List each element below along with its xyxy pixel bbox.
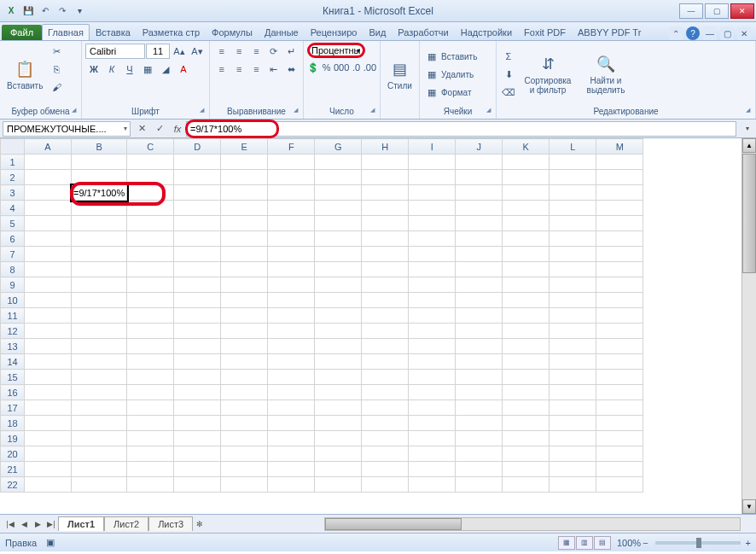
cell-C7[interactable] <box>127 247 174 262</box>
cell-D6[interactable] <box>174 231 221 247</box>
cell-G10[interactable] <box>315 293 362 308</box>
cell-I12[interactable] <box>409 324 456 339</box>
close-button[interactable]: ✕ <box>730 3 754 19</box>
cell-M21[interactable] <box>596 462 643 477</box>
cell-G19[interactable] <box>315 431 362 446</box>
cell-K6[interactable] <box>503 231 550 247</box>
sheet-tab-1[interactable]: Лист1 <box>58 516 104 531</box>
cell-A14[interactable] <box>25 354 72 370</box>
row-header-14[interactable]: 14 <box>1 354 25 370</box>
cell-C20[interactable] <box>127 446 174 462</box>
cell-D22[interactable] <box>174 477 221 493</box>
cell-H11[interactable] <box>362 308 409 324</box>
cell-D14[interactable] <box>174 354 221 370</box>
cell-C5[interactable] <box>127 216 174 231</box>
cell-I20[interactable] <box>409 446 456 462</box>
cell-M16[interactable] <box>596 385 643 400</box>
cell-D10[interactable] <box>174 293 221 308</box>
sheet-nav-first-icon[interactable]: |◀ <box>3 517 17 531</box>
cell-M5[interactable] <box>596 216 643 231</box>
cell-L19[interactable] <box>550 431 596 446</box>
cell-G15[interactable] <box>315 370 362 385</box>
cell-E13[interactable] <box>221 339 268 354</box>
cell-J14[interactable] <box>456 354 503 370</box>
tab-addins[interactable]: Надстройки <box>455 24 518 40</box>
cell-E1[interactable] <box>221 155 268 170</box>
row-header-19[interactable]: 19 <box>1 431 25 446</box>
cell-A10[interactable] <box>25 293 72 308</box>
workbook-minimize-icon[interactable]: — <box>703 26 717 40</box>
cell-K2[interactable] <box>503 170 550 185</box>
copy-icon[interactable]: ⎘ <box>48 61 65 78</box>
cell-B6[interactable] <box>72 231 127 247</box>
cell-L3[interactable] <box>550 185 596 201</box>
cell-C4[interactable] <box>127 201 174 216</box>
cell-B2[interactable] <box>72 170 127 185</box>
cell-H16[interactable] <box>362 385 409 400</box>
cell-K12[interactable] <box>503 324 550 339</box>
row-header-5[interactable]: 5 <box>1 216 25 231</box>
styles-button[interactable]: ▤ Стили <box>384 43 416 106</box>
cell-J2[interactable] <box>456 170 503 185</box>
workbook-close-icon[interactable]: ✕ <box>737 26 751 40</box>
cell-M17[interactable] <box>596 400 643 416</box>
cell-H9[interactable] <box>362 277 409 293</box>
cell-J10[interactable] <box>456 293 503 308</box>
cell-I21[interactable] <box>409 462 456 477</box>
pagebreak-view-icon[interactable]: ▤ <box>594 536 611 550</box>
cell-B21[interactable] <box>72 462 127 477</box>
formula-input[interactable]: =9/17*100% <box>186 121 736 137</box>
cell-G18[interactable] <box>315 416 362 431</box>
align-right-icon[interactable]: ≡ <box>248 61 265 78</box>
format-cells-label[interactable]: Формат <box>441 88 472 97</box>
cell-D17[interactable] <box>174 400 221 416</box>
fill-color-icon[interactable]: ◢ <box>157 61 174 78</box>
align-bot-icon[interactable]: ≡ <box>248 43 265 60</box>
cell-I4[interactable] <box>409 201 456 216</box>
cell-M7[interactable] <box>596 247 643 262</box>
cell-C2[interactable] <box>127 170 174 185</box>
cell-E4[interactable] <box>221 201 268 216</box>
cell-G3[interactable] <box>315 185 362 201</box>
cell-C19[interactable] <box>127 431 174 446</box>
row-header-4[interactable]: 4 <box>1 201 25 216</box>
cell-C12[interactable] <box>127 324 174 339</box>
cell-L7[interactable] <box>550 247 596 262</box>
horizontal-scrollbar[interactable] <box>324 517 741 531</box>
cell-M22[interactable] <box>596 477 643 493</box>
cell-L16[interactable] <box>550 385 596 400</box>
cell-A6[interactable] <box>25 231 72 247</box>
cell-E19[interactable] <box>221 431 268 446</box>
cell-L4[interactable] <box>550 201 596 216</box>
cell-H2[interactable] <box>362 170 409 185</box>
cell-L20[interactable] <box>550 446 596 462</box>
cell-C18[interactable] <box>127 416 174 431</box>
cell-C16[interactable] <box>127 385 174 400</box>
cell-J22[interactable] <box>456 477 503 493</box>
cell-K21[interactable] <box>503 462 550 477</box>
dec-decimal-icon[interactable]: .00 <box>363 59 376 76</box>
cell-M6[interactable] <box>596 231 643 247</box>
cell-F15[interactable] <box>268 370 315 385</box>
cell-A9[interactable] <box>25 277 72 293</box>
cell-B17[interactable] <box>72 400 127 416</box>
cell-F19[interactable] <box>268 431 315 446</box>
cell-C1[interactable] <box>127 155 174 170</box>
scroll-up-icon[interactable]: ▲ <box>742 138 756 153</box>
cell-J7[interactable] <box>456 247 503 262</box>
tab-data[interactable]: Данные <box>259 24 305 40</box>
cell-F20[interactable] <box>268 446 315 462</box>
cell-H4[interactable] <box>362 201 409 216</box>
cell-G12[interactable] <box>315 324 362 339</box>
row-header-9[interactable]: 9 <box>1 277 25 293</box>
cell-M20[interactable] <box>596 446 643 462</box>
align-center-icon[interactable]: ≡ <box>230 61 247 78</box>
col-header-G[interactable]: G <box>315 139 362 155</box>
cell-J9[interactable] <box>456 277 503 293</box>
minimize-button[interactable]: — <box>679 3 703 19</box>
workbook-restore-icon[interactable]: ▢ <box>720 26 734 40</box>
cell-J12[interactable] <box>456 324 503 339</box>
cell-I19[interactable] <box>409 431 456 446</box>
sheet-tab-3[interactable]: Лист3 <box>148 516 193 531</box>
cell-A20[interactable] <box>25 446 72 462</box>
